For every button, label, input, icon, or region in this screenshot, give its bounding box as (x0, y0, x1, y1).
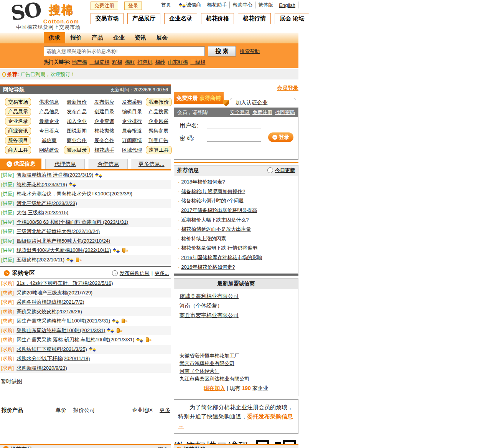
purchase-more-link[interactable]: 更多... (155, 270, 169, 277)
hot-keyword-三级棉[interactable]: 三级棉 (190, 59, 205, 65)
site-nav-link-诚信商[interactable]: 诚信商 (42, 137, 57, 143)
item-link[interactable]: 求购纺织厂下胶脚料(2021/3/25) (16, 346, 87, 353)
item-link[interactable]: 纯棉开花棉(2023/3/19) (16, 181, 67, 188)
merchant-link[interactable]: 九江市柴桑区利达棉业有限公司 (180, 376, 249, 382)
band-tab-供求[interactable]: 供求 (44, 32, 65, 43)
item-link[interactable]: 售新疆精梳落棉 清弹棉(2023/3/19) (16, 172, 93, 179)
mainnav-button-交易市场[interactable]: 交易市场 (91, 13, 124, 24)
post-purchase-link[interactable]: 发布采购信息 (120, 270, 150, 277)
hot-keyword-棉籽[interactable]: 棉籽 (125, 59, 135, 65)
site-nav-button-产品展示[interactable]: 产品展示 (5, 107, 31, 116)
site-nav-link-供求信息[interactable]: 供求信息 (39, 99, 59, 105)
site-nav-button-商业资讯[interactable]: 商业资讯 (5, 127, 31, 135)
recommend-link[interactable]: 2017年储备棉轮出底价将明显提高 (181, 207, 257, 214)
site-nav-button-服务项目[interactable]: 服务项目 (5, 136, 31, 145)
top-link-帮助中心[interactable]: 帮助中心 (232, 2, 252, 8)
item-link[interactable]: 因生产需要采购 落棉 斩刀棉 车肚棉100吨(2021/3/31) (16, 336, 134, 343)
site-nav-button-速算工具[interactable]: 速算工具 (146, 146, 172, 154)
site-nav-link-图说新闻[interactable]: 图说新闻 (67, 128, 87, 134)
recommend-link[interactable]: 2016年国储棉库存对棉花市场的影响 (181, 254, 262, 261)
item-link[interactable]: 棉花水分测定仪，青岛棉花水分仪TK100C(2023/3/9) (16, 190, 132, 197)
top-link-首页[interactable]: 首页 (161, 2, 171, 8)
item-link[interactable]: 高价采购火烧皮棉(2021/6/26) (16, 308, 82, 315)
site-nav-link-企业风采[interactable]: 企业风采 (148, 118, 168, 124)
item-link[interactable]: 因生产需求采购纯棉车肚100吨(2021/3/31) (16, 317, 110, 324)
site-nav-link-区域代理[interactable]: 区域代理 (122, 147, 142, 153)
site-logo[interactable]: SO 搜棉 Cotton.com (11, 1, 79, 25)
recommend-link[interactable]: 储备棉轮出 贸易商如何操作? (181, 188, 245, 195)
login-bar-link-找回密码[interactable]: 找回密码 (275, 109, 295, 116)
search-button[interactable]: 搜 索 (208, 46, 236, 56)
site-nav-link-编辑目录[interactable]: 编辑目录 (122, 109, 142, 114)
login-button[interactable]: 登录 (124, 2, 142, 10)
recommend-link[interactable]: 2018年棉价如何走? (181, 179, 225, 185)
item-link[interactable]: 31s，42s纱下脚料车肚、斩刀棉(2022/5/16) (16, 280, 113, 287)
top-link-English[interactable]: English (279, 2, 295, 8)
mainnav-button-棉花行情[interactable]: 棉花行情 (238, 13, 271, 24)
info-tab-代理信息[interactable]: 代理信息 (45, 159, 85, 169)
member-login-link[interactable]: 会员登录 (277, 85, 298, 91)
site-nav-button-警示目录[interactable]: 警示目录 (64, 146, 90, 154)
item-link[interactable]: 现货出售400型大包新棉100吨(2022/10/11) (16, 247, 111, 254)
hot-keyword-地产棉[interactable]: 地产棉 (72, 59, 87, 65)
item-link[interactable]: 五级皮棉(2022/10/11) (16, 256, 64, 263)
site-nav-button-企业名录[interactable]: 企业名录 (5, 117, 31, 126)
site-nav-link-产品搜索[interactable]: 产品搜索 (148, 109, 168, 114)
site-nav-link-企业排行[interactable]: 企业排行 (122, 118, 142, 124)
top-link-棉花助手[interactable]: 棉花助手 (207, 2, 227, 8)
item-link[interactable]: 大包 三级棉(2023/2/15) (16, 209, 68, 216)
merchant-link[interactable]: 河南（个体经营） (180, 368, 219, 374)
site-nav-link-网站建设[interactable]: 网站建设 (39, 147, 59, 153)
band-tab-展会[interactable]: 展会 (151, 32, 173, 43)
mainnav-button-展会 论坛[interactable]: 展会 论坛 (275, 13, 309, 24)
band-tab-资讯[interactable]: 资讯 (130, 32, 151, 43)
site-nav-link-展会报道[interactable]: 展会报道 (122, 128, 142, 134)
search-input[interactable] (44, 46, 205, 56)
hot-keyword-棉纱[interactable]: 棉纱 (155, 59, 165, 65)
recommend-link[interactable]: 2016年棉花价格如何走? (181, 264, 235, 271)
hot-keyword-山东籽棉[interactable]: 山东籽棉 (168, 59, 188, 65)
join-now-link[interactable]: 现在加入 (204, 385, 225, 391)
site-nav-link-展会合作[interactable]: 展会合作 (94, 137, 114, 143)
site-nav-link-企业查询[interactable]: 企业查询 (94, 118, 114, 124)
recommend-link[interactable]: 棉价持续上涨的因素 (181, 235, 226, 242)
merchant-link[interactable]: 商丘市宏宇棉业有限公司 (180, 312, 239, 318)
register-button[interactable]: 免费注册 (91, 2, 118, 10)
band-tab-企业[interactable]: 企业 (108, 32, 130, 43)
join-certified-tab[interactable]: 加入认证企业 (230, 98, 296, 107)
site-nav-link-棉花抛储[interactable]: 棉花抛储 (94, 128, 114, 134)
login-bar-link-安全登录[interactable]: 安全登录 (230, 109, 250, 116)
site-nav-link-产品信息[interactable]: 产品信息 (39, 109, 59, 114)
band-tab-产品[interactable]: 产品 (87, 32, 108, 43)
recommend-link[interactable]: 近期棉价大幅下跌主因是什么? (181, 217, 249, 223)
site-nav-link-今日看点[interactable]: 今日看点 (39, 128, 59, 134)
site-nav-link-刊登广告[interactable]: 刊登广告 (148, 137, 168, 143)
site-nav-link-聚集参展[interactable]: 聚集参展 (148, 128, 168, 134)
site-nav-link-创建目录[interactable]: 创建目录 (94, 109, 114, 114)
panel-login-button[interactable]: → 登录 (268, 132, 293, 142)
site-nav-link-加入企业[interactable]: 加入企业 (67, 118, 87, 124)
band-tab-报价[interactable]: 报价 (65, 32, 87, 43)
site-nav-link-订阅商情[interactable]: 订阅商情 (122, 137, 142, 143)
site-nav-link-棉花助手[interactable]: 棉花助手 (94, 147, 114, 153)
search-help-link[interactable]: 搜索帮助 (240, 48, 260, 55)
info-tab-供应信息[interactable]: ↘供应信息 (0, 159, 41, 169)
merchant-link[interactable]: 安徽省亳州恒丰棉花加工厂 (180, 353, 239, 359)
free-register-banner[interactable]: 免费注册 获得商铺 (174, 92, 224, 104)
today-update-link[interactable]: 今日更新 (275, 167, 295, 174)
item-link[interactable]: 全棉108/58 63 梭织全棉面料 童装面料 (2023/1/31) (16, 219, 128, 226)
site-nav-button-我要报价[interactable]: 我要报价 (146, 98, 172, 106)
mainnav-button-产品展厅[interactable]: 产品展厅 (127, 13, 160, 24)
recommended-products-more-link[interactable]: 更多 (158, 446, 168, 448)
item-link[interactable]: 四级锯齿河北地产棉50吨大包(2022/10/24) (16, 238, 110, 245)
item-link[interactable]: 求购新疆棉(2020/9/23) (16, 365, 67, 372)
site-nav-button-商人工具[interactable]: 商人工具 (5, 146, 31, 154)
site-nav-link-发布供应[interactable]: 发布供应 (94, 99, 114, 105)
item-link[interactable]: 河北三级地产棉(2023/2/23) (16, 200, 77, 207)
password-field[interactable] (207, 135, 261, 142)
item-link[interactable]: 采购各种落棉短绒棉(2021/7/2) (16, 299, 84, 306)
site-nav-link-最新企业[interactable]: 最新企业 (39, 118, 59, 124)
site-nav-link-商业合作[interactable]: 商业合作 (67, 137, 87, 143)
item-link[interactable]: 三级河北地产锯齿棉大包(2022/10/24) (16, 228, 100, 235)
site-nav-button-交易市场[interactable]: 交易市场 (5, 98, 31, 106)
